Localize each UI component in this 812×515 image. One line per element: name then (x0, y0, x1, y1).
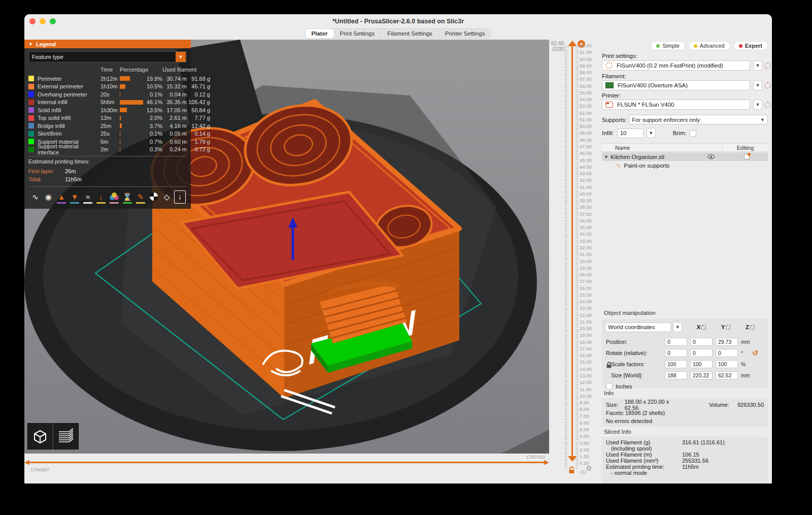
printer-combo[interactable]: FLSUN * FLSun V400 (602, 100, 750, 110)
position-z-input[interactable]: 29.73 (716, 338, 738, 346)
object-row-kitchen-organiser[interactable]: ▼ Kitchen Organiser.stl (602, 152, 768, 161)
tab-printer-settings[interactable]: Printer Settings (439, 29, 491, 38)
layers-icon (57, 428, 75, 445)
object-list-editing-column: Editing (722, 145, 768, 151)
layer-tick-25.00: 25.00 (580, 293, 597, 298)
move-slider-left-handle[interactable]: ◀ (24, 458, 29, 466)
mode-button-simple[interactable]: Simple (651, 41, 685, 50)
scale-factors-x-input[interactable]: 100 (665, 360, 687, 368)
feature-length: 30.74 m (162, 76, 187, 82)
move-slider-max-label: 1797010 (501, 454, 545, 460)
print-settings-combo[interactable]: FlSunV400 (0.2 mm FastPrint) (modified) (602, 60, 750, 71)
brim-checkbox[interactable] (690, 130, 696, 137)
coordinates-select[interactable]: World coordinates (605, 323, 671, 332)
feature-length: 15.32 m (162, 83, 187, 89)
percent-bar-fill (120, 139, 120, 144)
layer-tick-27.00: 27.00 (580, 279, 597, 284)
layer-tick-10.00: 10.00 (580, 394, 597, 399)
sliced-info-title: Sliced Info (604, 429, 631, 435)
shells-icon[interactable] (148, 190, 159, 204)
print-settings-dropdown-button[interactable]: ▼ (753, 60, 762, 71)
printer-gear-icon[interactable] (764, 102, 771, 108)
layer-slider-track[interactable] (571, 45, 573, 460)
mode-button-advanced[interactable]: Advanced (688, 41, 730, 50)
manip-label: Scale factors: (605, 361, 662, 367)
supports-value: For support enforcers only (632, 117, 700, 123)
object-editing-icon[interactable] (744, 154, 750, 159)
info-title: Info (604, 390, 614, 396)
lock-slider-icon[interactable] (568, 466, 575, 474)
viewport-3d[interactable]: FLSUN (24, 40, 549, 454)
sidebar: SimpleAdvancedExpert Print settings: FlS… (598, 40, 772, 484)
size-world-y-input[interactable]: 220.22 (690, 371, 713, 379)
size-world-x-input[interactable]: 188 (665, 371, 687, 379)
legend-visibility-icon[interactable]: ↓ (174, 190, 186, 204)
supports-select[interactable]: For support enforcers only ▼ (629, 115, 768, 124)
view-type-select[interactable]: Feature type ▼ (28, 51, 187, 62)
deretractions-icon-glyph: ▼ (71, 192, 79, 201)
travel-moves-icon[interactable]: ∿ (29, 190, 41, 204)
infill-dropdown-button[interactable]: ▼ (647, 128, 656, 138)
object-expand-caret[interactable]: ▼ (604, 154, 608, 159)
tab-print-settings[interactable]: Print Settings (334, 29, 381, 38)
scale-factors-y-input[interactable]: 100 (690, 360, 713, 368)
coordinates-dropdown-button[interactable]: ▼ (673, 322, 682, 332)
layer-tick-24.00: 24.00 (580, 299, 597, 304)
layer-tick-47.00: 47.00 (580, 144, 597, 149)
color-changes-icon[interactable] (108, 190, 120, 204)
object-visibility-eye-icon[interactable] (707, 154, 715, 159)
percent-bar-fill (120, 108, 127, 112)
rotate-relative-z-input[interactable]: 0 (716, 349, 738, 357)
uniform-scale-lock-icon[interactable] (606, 362, 612, 369)
manip-row-position: Position:0029.73mm (605, 336, 765, 347)
feature-length: 0.05 m (162, 131, 187, 137)
layer-tick-57.00: 57.00 (580, 77, 597, 82)
sliced-label-line1: Estimated printing time: (606, 464, 682, 470)
pause-prints-icon[interactable]: ⌛ (121, 190, 133, 204)
printer-dropdown-button[interactable]: ▼ (753, 100, 762, 110)
custom-gcode-icon[interactable]: ✎ (134, 190, 146, 204)
mode-button-expert[interactable]: Expert (733, 41, 768, 50)
inches-checkbox[interactable] (606, 383, 613, 390)
layer-tick-53.00: 53.00 (580, 104, 597, 109)
retractions-icon[interactable]: ▲ (56, 190, 67, 204)
tool-changes-icon[interactable]: ↓ (95, 190, 107, 204)
layer-tick-34.00: 34.00 (580, 232, 597, 237)
deretractions-icon[interactable]: ▼ (69, 190, 81, 204)
view-3d-button[interactable] (27, 423, 53, 449)
move-slider-track[interactable] (29, 462, 546, 463)
manip-row-size-world: Size [World]:188220.2262.52mm (605, 370, 765, 381)
rotate-relative-y-input[interactable]: 0 (690, 349, 713, 357)
reset-rotation-icon[interactable]: ↺ (752, 349, 758, 357)
filament-dropdown-button[interactable]: ▼ (753, 80, 762, 90)
shells-icon-glyph (150, 192, 158, 201)
feature-percent: 46.1% (145, 99, 162, 105)
scale-factors-z-input[interactable]: 100 (716, 360, 738, 368)
supports-dropdown-icon[interactable]: ▼ (760, 117, 765, 122)
legend-column-headers: Time Percentage Used filament (28, 66, 187, 75)
feature-color-swatch (28, 115, 34, 121)
infill-input[interactable]: 10 (617, 128, 644, 138)
legend-collapse-icon[interactable]: ▼ (28, 42, 33, 47)
seams-icon[interactable]: ◉ (43, 190, 54, 204)
size-value: 188.00 x 220.00 x 62.56 (625, 399, 683, 411)
wipe-moves-icon[interactable]: ≈ (82, 190, 94, 204)
position-x-input[interactable]: 0 (665, 338, 687, 346)
object-subrow-paint-on-supports[interactable]: ✎ Paint-on supports (602, 162, 768, 170)
filament-gear-icon[interactable] (764, 82, 771, 89)
print-settings-gear-icon[interactable] (764, 62, 771, 69)
tab-plater[interactable]: Plater (306, 29, 334, 38)
view-type-dropdown-icon[interactable]: ▼ (176, 52, 186, 62)
size-world-z-input[interactable]: 62.52 (716, 371, 738, 379)
legend-header[interactable]: ▼ Legend (24, 40, 191, 48)
filament-value: FlSunV400 (Overture ASA) (618, 82, 688, 88)
position-y-input[interactable]: 0 (690, 338, 713, 346)
sliced-label-line1: Used Filament (g) (606, 439, 682, 445)
feature-weight: 91.68 g (187, 76, 210, 82)
tab-filament-settings[interactable]: Filament Settings (381, 29, 439, 38)
view-layers-button[interactable] (53, 423, 79, 449)
slider-settings-gear-icon[interactable]: ⚙ (586, 464, 592, 472)
filament-combo[interactable]: FlSunV400 (Overture ASA) (602, 80, 750, 90)
tool-marker-icon[interactable]: ◇ (161, 190, 173, 204)
rotate-relative-x-input[interactable]: 0 (665, 349, 687, 357)
